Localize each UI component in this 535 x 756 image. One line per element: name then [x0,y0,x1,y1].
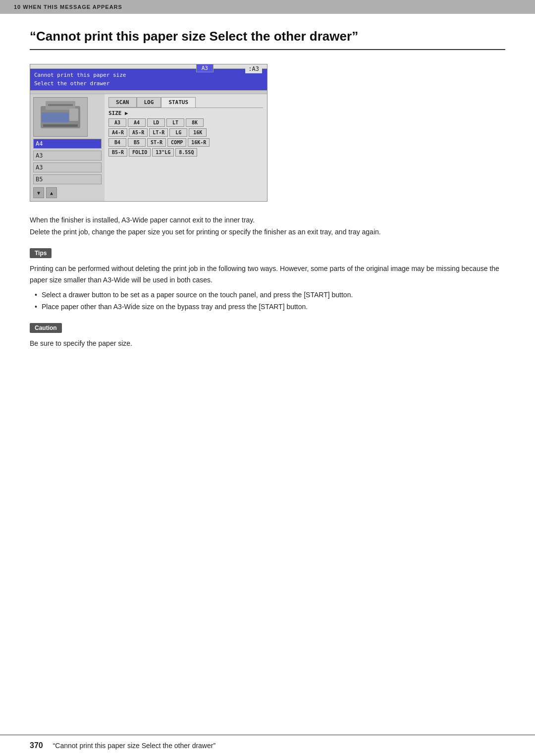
size-a3[interactable]: A3 [108,118,126,127]
size-b5r[interactable]: B5-R [108,148,127,157]
size-str[interactable]: ST-R [147,138,166,147]
drawer-item-a3-2[interactable]: A3 [33,162,102,172]
ui-message-blue: Cannot print this paper size Select the … [30,69,267,90]
caution-section: Caution Be sure to specify the paper siz… [30,323,505,350]
size-16kr[interactable]: 16K-R [188,138,210,147]
size-comp[interactable]: COMP [167,138,186,147]
tab-status-label: STATUS [168,99,188,106]
ui-mockup-wrapper: A3 :A3 Cannot print this paper size Sele… [30,64,268,215]
ui-header-row: A3 :A3 [30,64,267,69]
ui-body: A4 A3 A3 B5 ▼ [30,94,267,201]
svg-rect-4 [42,112,69,122]
size-row-3: B4 B5 ST-R COMP 16K-R [108,138,263,147]
page-footer: 370 “Cannot print this paper size Select… [0,735,535,756]
size-lg[interactable]: LG [169,128,187,137]
drawer-item-b5[interactable]: B5 [33,174,102,184]
size-buttons: A3 A4 LD LT 8K A4-R A5-R LT-R LG 16 [108,118,263,157]
size-ltr[interactable]: LT-R [149,128,168,137]
drawer-list: A4 A3 A3 B5 [33,139,102,185]
tips-section: Tips Printing can be performed without d… [30,248,505,313]
drawer-item-a3-1[interactable]: A3 [33,151,102,161]
size-row-1: A3 A4 LD LT 8K [108,118,263,127]
scroll-down-btn[interactable]: ▼ [33,187,44,198]
size-8k[interactable]: 8K [186,118,204,127]
description-line2: Delete the print job, change the paper s… [30,226,505,238]
size-ld[interactable]: LD [147,118,165,127]
size-lt[interactable]: LT [166,118,184,127]
svg-rect-2 [43,124,78,127]
size-16k[interactable]: 16K [189,128,207,137]
tab-scan-label: SCAN [116,99,129,106]
size-folio[interactable]: FOLIO [129,148,151,157]
footer-title: “Cannot print this paper size Select the… [53,742,215,750]
caution-text: Be sure to specify the paper size. [30,338,505,350]
size-row-2: A4-R A5-R LT-R LG 16K [108,128,263,137]
ui-right: SCAN LOG STATUS SIZE ▶ [105,94,267,201]
ui-divider [30,90,267,94]
svg-rect-5 [69,108,78,121]
size-b5[interactable]: B5 [128,138,146,147]
size-a4r[interactable]: A4-R [108,128,127,137]
chapter-header: 10 WHEN THIS MESSAGE APPEARS [0,0,535,14]
size-label: SIZE ▶ [108,110,263,116]
ui-mockup: A3 :A3 Cannot print this paper size Sele… [30,64,268,202]
size-13lg[interactable]: 13"LG [152,148,174,157]
tab-log[interactable]: LOG [137,97,161,108]
message-line1: Cannot print this paper size [34,71,263,80]
drawer-label: B5 [36,176,43,183]
drawer-label: A4 [36,140,43,147]
tab-bar: SCAN LOG STATUS [108,97,263,108]
tab-scan[interactable]: SCAN [108,97,137,108]
size-a4[interactable]: A4 [128,118,146,127]
size-row-4: B5-R FOLIO 13"LG 8.5SQ [108,148,263,157]
message-line2: Select the other drawer [34,80,263,88]
chapter-label: 10 WHEN THIS MESSAGE APPEARS [14,4,122,10]
drawer-item-a4[interactable]: A4 [33,139,102,149]
tips-intro: Printing can be performed without deleti… [30,263,505,287]
tips-item-1: Select a drawer button to be set as a pa… [35,289,505,301]
tab-status[interactable]: STATUS [161,97,196,108]
drawer-label: A3 [36,152,43,159]
tips-list: Select a drawer button to be set as a pa… [35,289,505,313]
footer-page-number: 370 [30,741,43,750]
main-content: “Cannot print this paper size Select the… [0,14,535,379]
scroll-arrows: ▼ ▲ [33,187,102,198]
svg-rect-3 [48,104,73,106]
size-text: SIZE ▶ [108,110,128,116]
a3-badge: A3 [196,64,214,72]
drawer-label: A3 [36,164,43,171]
printer-image [33,97,88,137]
description: When the finisher is installed, A3-Wide … [30,215,505,238]
page-title: “Cannot print this paper size Select the… [30,29,505,50]
tips-label: Tips [30,248,52,258]
description-line1: When the finisher is installed, A3-Wide … [30,215,505,226]
caution-label: Caution [30,323,62,333]
scroll-up-btn[interactable]: ▲ [46,187,57,198]
size-b4[interactable]: B4 [108,138,126,147]
size-a5r[interactable]: A5-R [129,128,148,137]
ui-left: A4 A3 A3 B5 ▼ [30,94,105,201]
tab-log-label: LOG [144,99,154,106]
size-85sq[interactable]: 8.5SQ [175,148,197,157]
a3-display: :A3 [245,64,262,73]
tips-item-2: Place paper other than A3-Wide size on t… [35,301,505,313]
